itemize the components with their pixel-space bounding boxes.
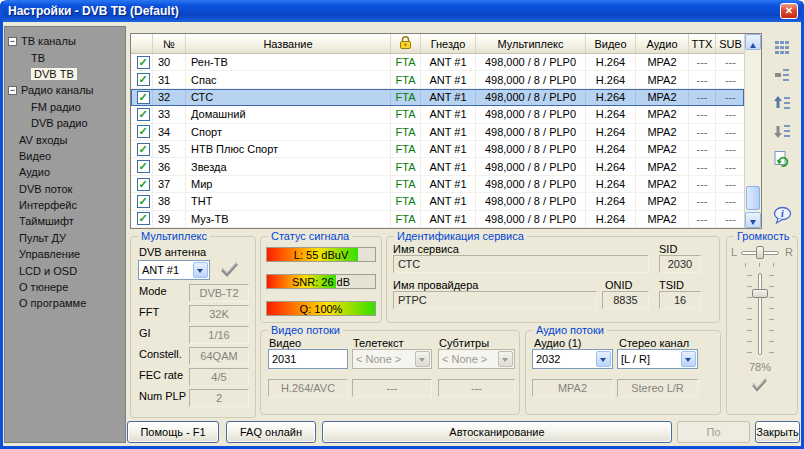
sidebar-item[interactable]: DVB радио xyxy=(5,115,125,131)
channel-checkbox[interactable]: ✓ xyxy=(137,91,150,104)
balance-right-label: R xyxy=(785,246,793,258)
subtitles-combobox[interactable]: < None > xyxy=(438,349,515,369)
column-header-num[interactable]: № xyxy=(153,34,186,53)
scroll-down-icon[interactable] xyxy=(745,212,761,228)
antenna-apply-check-icon[interactable] xyxy=(219,261,241,280)
chevron-down-icon[interactable] xyxy=(596,351,611,367)
sidebar-item[interactable]: FM радио xyxy=(5,99,125,115)
sidebar-item[interactable]: −Радио каналы xyxy=(5,82,125,98)
sidebar-item[interactable]: О тюнере xyxy=(5,279,125,295)
sidebar-item[interactable]: DVB ТВ xyxy=(5,66,125,82)
table-scrollbar[interactable] xyxy=(744,34,761,228)
column-header-audio[interactable]: Аудио xyxy=(636,34,689,53)
sid-label: SID xyxy=(659,243,677,255)
channel-list-icon[interactable] xyxy=(771,36,793,58)
table-row[interactable]: ✓37МирFTAANT #1498,000 / 8 / PLP0H.264MP… xyxy=(131,176,744,193)
table-row[interactable]: ✓36ЗвездаFTAANT #1498,000 / 8 / PLP0H.26… xyxy=(131,158,744,175)
sidebar-item-label: DVB радио xyxy=(31,117,88,129)
table-row[interactable]: ✓30Рен-ТВFTAANT #1498,000 / 8 / PLP0H.26… xyxy=(131,54,744,71)
channel-checkbox[interactable]: ✓ xyxy=(137,125,150,138)
table-row[interactable]: ✓32СТСFTAANT #1498,000 / 8 / PLP0H.264MP… xyxy=(131,89,744,106)
column-header-video[interactable]: Видео xyxy=(586,34,636,53)
column-header-check[interactable] xyxy=(131,34,153,53)
sidebar-item[interactable]: Управление xyxy=(5,246,125,262)
table-row[interactable]: ✓39Муз-ТВFTAANT #1498,000 / 8 / PLP0H.26… xyxy=(131,211,744,228)
channel-checkbox[interactable]: ✓ xyxy=(137,195,150,208)
cell-check: ✓ xyxy=(131,124,153,140)
volume-apply-check-icon[interactable] xyxy=(750,377,770,395)
video-pid-label: Видео xyxy=(269,337,301,349)
channel-checkbox[interactable]: ✓ xyxy=(137,212,150,225)
chevron-down-icon[interactable] xyxy=(681,351,696,367)
column-header-sub[interactable]: SUB xyxy=(716,34,744,53)
move-down-icon[interactable] xyxy=(771,120,793,142)
sidebar-item[interactable]: Видео xyxy=(5,148,125,164)
tree-expander-icon[interactable]: − xyxy=(8,37,17,46)
table-row[interactable]: ✓35НТВ Плюс СпортFTAANT #1498,000 / 8 / … xyxy=(131,141,744,158)
faq-button[interactable]: FAQ онлайн xyxy=(226,421,316,443)
sidebar-item[interactable]: −ТВ каналы xyxy=(5,33,125,49)
tsid-label: TSID xyxy=(659,279,684,291)
move-up-icon[interactable] xyxy=(771,92,793,114)
cell-num: 39 xyxy=(153,211,186,227)
column-header-mux[interactable]: Мультиплекс xyxy=(476,34,586,53)
close-icon[interactable]: ✕ xyxy=(780,3,798,19)
sidebar-item[interactable]: О программе xyxy=(5,295,125,311)
column-header-name[interactable]: Название xyxy=(186,34,391,53)
sidebar-item[interactable]: Аудио xyxy=(5,164,125,180)
help-button[interactable]: Помощь - F1 xyxy=(127,421,219,443)
service-name-field: СТС xyxy=(393,255,649,273)
table-row[interactable]: ✓31СпасFTAANT #1498,000 / 8 / PLP0H.264M… xyxy=(131,71,744,88)
tree-expander-icon[interactable]: − xyxy=(8,86,17,95)
sidebar-item[interactable]: LCD и OSD xyxy=(5,262,125,278)
cell-fta: FTA xyxy=(391,141,421,157)
info-icon[interactable]: i xyxy=(771,204,793,226)
channel-checkbox[interactable]: ✓ xyxy=(137,143,150,156)
channel-checkbox[interactable]: ✓ xyxy=(137,178,150,191)
signal-bar: Q: 100% xyxy=(266,301,376,316)
cell-mux: 498,000 / 8 / PLP0 xyxy=(476,193,586,209)
sidebar-item[interactable]: Таймшифт xyxy=(5,213,125,229)
table-row[interactable]: ✓34СпортFTAANT #1498,000 / 8 / PLP0H.264… xyxy=(131,124,744,141)
channel-checkbox[interactable]: ✓ xyxy=(137,108,150,121)
balance-slider-thumb[interactable] xyxy=(756,246,764,259)
channel-checkbox[interactable]: ✓ xyxy=(137,73,150,86)
cell-num: 37 xyxy=(153,176,186,192)
scroll-up-icon[interactable] xyxy=(745,34,761,50)
stereo-combobox[interactable]: [L / R] xyxy=(617,349,698,369)
channel-checkbox[interactable]: ✓ xyxy=(137,160,150,173)
close-button[interactable]: Закрыть xyxy=(755,421,800,443)
column-header-socket[interactable]: Гнездо xyxy=(421,34,476,53)
scroll-track[interactable] xyxy=(745,50,761,212)
scroll-thumb[interactable] xyxy=(746,186,760,210)
rescan-icon[interactable] xyxy=(771,148,793,170)
chevron-down-icon[interactable] xyxy=(193,262,208,278)
sidebar-item[interactable]: Пульт ДУ xyxy=(5,230,125,246)
sidebar-item[interactable]: DVB поток xyxy=(5,181,125,197)
table-row[interactable]: ✓38ТНТFTAANT #1498,000 / 8 / PLP0H.264MP… xyxy=(131,193,744,210)
sidebar-item[interactable]: AV входы xyxy=(5,131,125,147)
column-header-ttx[interactable]: TTX xyxy=(689,34,716,53)
sidebar-item[interactable]: ТВ xyxy=(5,49,125,65)
table-row[interactable]: ✓33ДомашнийFTAANT #1498,000 / 8 / PLP0H.… xyxy=(131,106,744,123)
audio-pid-combobox[interactable]: 2032 xyxy=(532,349,613,369)
sidebar-item[interactable]: Интерфейс xyxy=(5,197,125,213)
autoscan-button[interactable]: Автосканирование xyxy=(322,421,672,443)
volume-ticks-right xyxy=(769,275,774,353)
teletext-combobox[interactable]: < None > xyxy=(352,349,432,369)
volume-slider[interactable] xyxy=(758,273,762,355)
title-bar[interactable]: Настройки - DVB ТВ (Default) ✕ xyxy=(0,0,804,22)
multiplex-groupbox: Мультиплекс DVB антенна ANT #1 ModeDVB-T… xyxy=(130,236,256,418)
chevron-down-icon[interactable] xyxy=(498,351,513,367)
column-header-fta[interactable] xyxy=(391,34,421,53)
volume-slider-thumb[interactable] xyxy=(752,289,768,298)
antenna-combobox[interactable]: ANT #1 xyxy=(138,260,210,280)
chevron-down-icon[interactable] xyxy=(415,351,430,367)
cell-fta: FTA xyxy=(391,89,421,105)
video-pid-input[interactable] xyxy=(268,349,348,369)
channel-checkbox[interactable]: ✓ xyxy=(137,56,150,69)
remove-channel-icon[interactable] xyxy=(771,64,793,86)
audio-pid-value: 2032 xyxy=(536,353,560,365)
cell-video: H.264 xyxy=(586,193,636,209)
cell-socket: ANT #1 xyxy=(421,193,476,209)
